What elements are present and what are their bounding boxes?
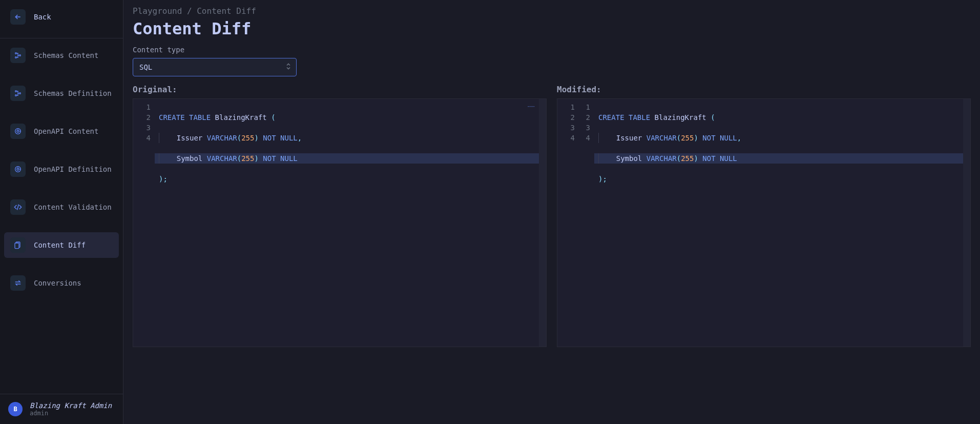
sidebar-item-label: Content Diff <box>34 241 86 249</box>
sidebar-item-schemas-content[interactable]: Schemas Content <box>4 43 119 68</box>
content-type-input[interactable] <box>133 58 297 76</box>
sidebar-item-label: Schemas Definition <box>34 89 112 97</box>
modified-label: Modified: <box>557 85 971 94</box>
openapi-icon <box>10 161 26 177</box>
content-type-select[interactable] <box>133 58 297 76</box>
sidebar: Back Schemas Content Schemas Definition … <box>0 0 123 424</box>
sidebar-item-schemas-definition[interactable]: Schemas Definition <box>4 80 119 106</box>
original-label: Original: <box>133 85 547 94</box>
sidebar-item-label: OpenAPI Definition <box>34 165 112 173</box>
sidebar-item-label: Schemas Content <box>34 51 98 59</box>
back-button[interactable]: Back <box>4 4 119 30</box>
schema-icon <box>10 48 26 63</box>
sidebar-item-conversions[interactable]: Conversions <box>4 270 119 296</box>
minimap: ▬▬▬▬ <box>528 101 535 111</box>
svg-point-3 <box>15 91 17 92</box>
modified-editor[interactable]: 1 2 3 4 1 2 3 4 CREATE TABLE BlazingKraf… <box>557 98 971 347</box>
user-sub: admin <box>30 410 112 417</box>
svg-point-1 <box>15 57 17 58</box>
code-body[interactable]: CREATE TABLE BlazingKraft ( Issuer VARCH… <box>155 99 546 347</box>
sidebar-item-content-validation[interactable]: Content Validation <box>4 194 119 220</box>
line-gutter-left: 1 2 3 4 <box>557 99 579 347</box>
svg-point-9 <box>17 168 19 170</box>
schema-icon <box>10 86 26 101</box>
avatar: B <box>8 402 23 416</box>
code-icon <box>10 199 26 215</box>
svg-point-7 <box>17 130 19 132</box>
scrollbar[interactable] <box>963 99 970 347</box>
scrollbar[interactable] <box>539 99 546 347</box>
code-body[interactable]: CREATE TABLE BlazingKraft ( Issuer VARCH… <box>594 99 970 347</box>
openapi-icon <box>10 124 26 139</box>
sidebar-item-openapi-definition[interactable]: OpenAPI Definition <box>4 156 119 182</box>
conversion-icon <box>10 275 26 291</box>
svg-rect-11 <box>15 243 19 249</box>
sidebar-item-label: Content Validation <box>34 203 112 211</box>
main-content: Playground / Content Diff Content Diff C… <box>123 0 980 424</box>
svg-point-0 <box>15 53 17 54</box>
arrow-left-icon <box>10 9 26 25</box>
page-title: Content Diff <box>133 19 971 38</box>
sidebar-item-content-diff[interactable]: Content Diff <box>4 232 119 258</box>
back-label: Back <box>34 13 51 21</box>
line-gutter: 1 2 3 4 <box>133 99 155 347</box>
svg-point-4 <box>15 95 17 96</box>
original-column: Original: 1 2 3 4 CREATE TABLE BlazingKr… <box>133 85 547 347</box>
svg-point-5 <box>19 93 21 94</box>
sidebar-item-label: Conversions <box>34 279 81 287</box>
sidebar-item-openapi-content[interactable]: OpenAPI Content <box>4 118 119 144</box>
original-editor[interactable]: 1 2 3 4 CREATE TABLE BlazingKraft ( Issu… <box>133 98 547 347</box>
content-type-label: Content type <box>133 46 971 54</box>
sidebar-item-label: OpenAPI Content <box>34 127 98 135</box>
user-name: Blazing Kraft Admin <box>30 401 112 410</box>
svg-point-2 <box>19 55 21 56</box>
modified-column: Modified: 1 2 3 4 1 2 3 4 CREATE TABLE B… <box>557 85 971 347</box>
diff-icon <box>10 237 26 253</box>
breadcrumb[interactable]: Playground / Content Diff <box>133 6 971 16</box>
line-gutter-right: 1 2 3 4 <box>579 99 594 347</box>
user-footer[interactable]: B Blazing Kraft Admin admin <box>0 394 123 424</box>
